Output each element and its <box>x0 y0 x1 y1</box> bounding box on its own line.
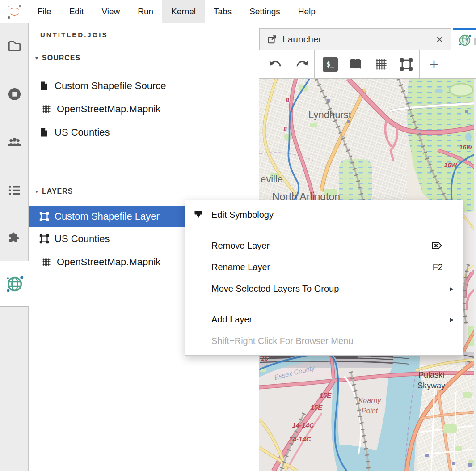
map-label-lyndhurst: Lyndhurst <box>308 109 351 120</box>
menu-tabs[interactable]: Tabs <box>205 0 240 23</box>
redo-icon <box>295 59 310 70</box>
jupyterlab-window: File Edit View Run Kernel Tabs Settings … <box>0 0 476 471</box>
shortcut-f2: F2 <box>433 262 443 272</box>
map-label-eville: eville <box>261 174 283 185</box>
undo-button[interactable] <box>265 50 285 78</box>
tab-launcher-title: Launcher <box>282 34 429 45</box>
submenu-arrow-icon: ▸ <box>447 315 454 324</box>
menu-edit[interactable]: Edit <box>60 0 93 23</box>
map-shield-8: 8 <box>283 126 287 132</box>
tab-gis-document[interactable] <box>453 28 476 50</box>
vector-layer-icon <box>39 212 49 221</box>
sources-section-header[interactable]: ▾ SOURCES <box>29 46 259 70</box>
tab-launcher[interactable]: Launcher × <box>259 28 451 50</box>
source-row[interactable]: OpenStreetMap.Mapnik <box>29 98 259 121</box>
map-shield-16w: 16W <box>459 144 473 151</box>
brush-icon <box>194 210 203 220</box>
menu-view[interactable]: View <box>93 0 129 23</box>
console-button[interactable]: $_ <box>318 50 342 78</box>
document-title: UNTITLED.JGIS <box>29 23 259 46</box>
add-raster-layer-button[interactable] <box>371 50 392 78</box>
file-icon <box>39 81 49 91</box>
map-shield-8: 8 <box>286 97 289 103</box>
toolbar-separator <box>314 50 315 78</box>
raster-grid-icon <box>375 58 388 71</box>
close-tab-icon[interactable]: × <box>434 34 445 45</box>
gis-toolbar: $_ + <box>259 50 476 79</box>
map-label-kearny-point: Kearny <box>358 397 382 404</box>
collaboration-icon[interactable] <box>0 132 29 152</box>
menu-item-rename-layer[interactable]: Rename Layer F2 <box>185 256 463 278</box>
remove-tag-icon <box>431 240 443 251</box>
activity-bar <box>0 23 29 471</box>
toolbar-separator <box>341 50 341 78</box>
jupyter-logo-icon <box>6 4 22 20</box>
running-kernels-icon[interactable] <box>0 84 29 104</box>
vector-layer-icon <box>39 234 49 244</box>
add-button[interactable]: + <box>424 50 444 78</box>
menubar: File Edit View Run Kernel Tabs Settings … <box>0 0 476 23</box>
map-label-kearny-point: Point <box>362 407 378 415</box>
map-shield-15e: 15E <box>311 403 323 411</box>
redo-button[interactable] <box>292 50 313 78</box>
sources-title: SOURCES <box>42 54 80 62</box>
sources-list: Custom Shapefile Source OpenStreetMap.Ma… <box>29 70 259 158</box>
map-label-pulaski-skyway: Skyway <box>417 381 445 390</box>
table-of-contents-icon[interactable] <box>0 180 29 200</box>
menu-kernel[interactable]: Kernel <box>162 0 205 23</box>
menu-run[interactable]: Run <box>129 0 162 23</box>
raster-grid-icon <box>42 104 51 114</box>
menu-file[interactable]: File <box>29 0 60 23</box>
map-shield-15e: 15E <box>320 391 332 399</box>
map-shield-16w: 16W <box>444 161 458 169</box>
tab-text-stub <box>474 38 476 45</box>
menu-divider <box>185 304 463 304</box>
add-vector-layer-button[interactable] <box>396 50 417 78</box>
map-shield-16: 16 <box>261 355 268 362</box>
menu-items: File Edit View Run Kernel Tabs Settings … <box>29 0 324 23</box>
map-edge-strip <box>474 79 476 471</box>
menu-item-remove-layer[interactable]: Remove Layer <box>185 235 463 256</box>
source-row[interactable]: US Counties <box>29 121 259 144</box>
menu-divider <box>185 230 463 230</box>
identify-button[interactable] <box>345 50 366 78</box>
menu-settings[interactable]: Settings <box>240 0 289 23</box>
undo-icon <box>268 59 282 70</box>
file-browser-icon[interactable] <box>0 36 29 55</box>
menu-item-browser-menu-hint: Shift+Right Click For Browser Menu <box>185 330 463 352</box>
raster-grid-icon <box>42 257 51 267</box>
console-icon: $_ <box>323 57 338 72</box>
vector-layer-icon <box>400 58 413 71</box>
layer-context-menu: Edit Symbology Remove Layer Rename Layer… <box>185 200 463 356</box>
map-label-pulaski-skyway: Pulaski <box>418 370 444 379</box>
layers-title: LAYERS <box>42 187 73 195</box>
launcher-icon <box>267 34 277 44</box>
extension-manager-icon[interactable] <box>0 228 29 248</box>
map-shield-14-14c: 14-14C <box>292 421 314 429</box>
book-icon <box>349 58 362 71</box>
plus-icon: + <box>430 55 438 73</box>
submenu-arrow-icon: ▸ <box>447 284 454 293</box>
collapse-triangle-icon: ▾ <box>35 55 38 61</box>
source-row[interactable]: Custom Shapefile Source <box>29 74 259 98</box>
toolbar-separator <box>419 50 420 78</box>
menu-item-move-layers-to-group[interactable]: Move Selected Layers To Group ▸ <box>185 278 463 299</box>
menu-item-add-layer[interactable]: Add Layer ▸ <box>185 309 463 330</box>
menu-help[interactable]: Help <box>289 0 324 23</box>
menu-item-edit-symbology[interactable]: Edit Symbology <box>185 204 463 225</box>
jupytergis-globe-icon[interactable] <box>0 261 29 307</box>
jupytergis-globe-icon <box>458 34 472 47</box>
collapse-triangle-icon: ▾ <box>35 188 38 195</box>
map-shield-14-14c: 14-14C <box>289 435 311 443</box>
file-icon <box>39 127 49 137</box>
section-divider <box>29 158 259 178</box>
